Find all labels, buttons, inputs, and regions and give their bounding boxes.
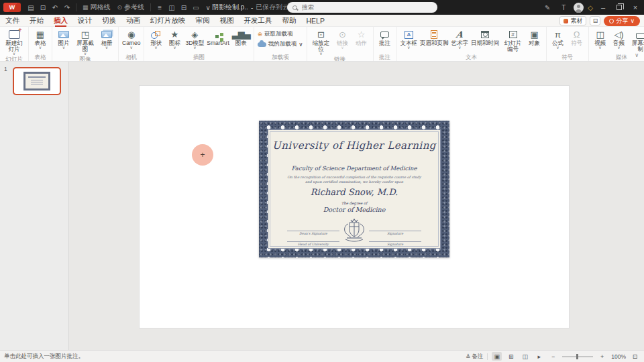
audio-button[interactable]: ◁) 音频 ∨: [611, 29, 627, 50]
zoom-out-button[interactable]: −: [548, 352, 558, 361]
text-tool-icon[interactable]: T: [558, 2, 569, 13]
picture-button[interactable]: 图片 ∨: [56, 29, 72, 50]
slide-number-button[interactable]: # 幻灯片编号: [502, 29, 524, 52]
notes-toggle[interactable]: ≜ 备注: [466, 353, 483, 361]
caret-down-icon: ∨: [39, 46, 42, 50]
chart-button[interactable]: ▃▆▄ 图表: [232, 29, 250, 46]
editor-canvas[interactable]: University of Higher Learning Faculty of…: [69, 62, 644, 350]
tab-view[interactable]: 视图: [220, 15, 234, 27]
header-footer-icon: [431, 30, 437, 39]
redo-icon[interactable]: ↷: [62, 2, 72, 13]
search-input[interactable]: [301, 3, 432, 11]
tab-home[interactable]: 开始: [30, 15, 44, 27]
tab-file[interactable]: 文件: [5, 15, 19, 27]
tab-developer[interactable]: 开发工具: [244, 15, 272, 27]
certificate-image[interactable]: University of Higher Learning Faculty of…: [259, 121, 449, 257]
smartart-button[interactable]: SmartArt: [207, 29, 229, 46]
comment-button[interactable]: 批注: [377, 29, 393, 46]
get-addins-button[interactable]: ⊕ 获取加载项: [258, 30, 303, 38]
screenshot-button[interactable]: ◳ 屏幕截图 ∨: [74, 29, 96, 56]
formula-button[interactable]: π 公式 ∨: [550, 29, 566, 50]
ribbon-collapse-button[interactable]: ∨: [635, 52, 639, 58]
tab-slideshow[interactable]: 幻灯片放映: [150, 15, 186, 27]
datetime-button[interactable]: 日期和时间: [471, 29, 500, 46]
save-icon[interactable]: ⊡: [38, 2, 48, 13]
cameo-button[interactable]: ◉ Cameo ∨: [122, 29, 140, 50]
certificate-title: University of Higher Learning: [268, 139, 440, 152]
premium-icon[interactable]: ◇: [588, 4, 593, 11]
minimize-button[interactable]: –: [597, 1, 609, 13]
tab-transitions[interactable]: 切换: [102, 15, 116, 27]
my-addins-button[interactable]: 我的加载项 ∨: [258, 40, 303, 48]
textbox-button[interactable]: A 文本框 ∨: [400, 29, 418, 50]
wps-logo[interactable]: W: [3, 3, 21, 12]
slide-thumbnail-1[interactable]: [13, 67, 61, 95]
material-label: 素材: [570, 17, 582, 25]
zoom-level[interactable]: 100%: [611, 353, 626, 360]
gridlines-toggle[interactable]: ▦ 网格线: [83, 3, 111, 12]
object-button[interactable]: ▣ 对象: [527, 29, 543, 46]
open-file-icon[interactable]: ▤: [25, 2, 36, 13]
distribute-icon[interactable]: ⊟: [178, 2, 189, 13]
layout-icon[interactable]: ▭: [191, 2, 201, 13]
screen-record-button[interactable]: 屏幕录制: [630, 29, 644, 52]
video-button[interactable]: ◫ 视频 ∨: [592, 29, 608, 50]
group-label-images: 图像: [56, 56, 115, 62]
signature-label: Dean's Signature: [287, 232, 339, 235]
tab-review[interactable]: 审阅: [196, 15, 210, 27]
view-normal-button[interactable]: ▣: [492, 352, 502, 361]
close-button[interactable]: ×: [629, 1, 641, 13]
action-button[interactable]: ☆ 动作: [354, 29, 370, 46]
view-sorter-button[interactable]: ⊞: [506, 352, 516, 361]
fit-to-window-button[interactable]: ⊡: [630, 352, 640, 361]
tab-help-en[interactable]: HELP: [307, 15, 325, 27]
hyperlink-button[interactable]: ⊙ 链接 ∨: [335, 29, 351, 50]
edit-mode-icon[interactable]: ✎: [542, 2, 553, 13]
group-label-camera: 相机: [122, 54, 140, 60]
zoom-in-button[interactable]: +: [597, 352, 607, 361]
shapes-icon: [151, 31, 160, 39]
signature-label: Signature: [369, 243, 421, 246]
tab-animations[interactable]: 动画: [126, 15, 140, 27]
3d-model-button[interactable]: ◈ 3D模型 ∨: [185, 29, 204, 50]
album-button[interactable]: 相册 ∨: [99, 29, 115, 50]
align-left-icon[interactable]: ≡: [154, 2, 165, 13]
my-addins-icon: [258, 42, 266, 47]
slide-page[interactable]: University of Higher Learning Faculty of…: [140, 86, 569, 328]
caret-down-icon: ∨: [193, 46, 196, 50]
restore-button[interactable]: [613, 1, 625, 13]
screen-record-icon: [636, 33, 644, 39]
tab-insert[interactable]: 插入: [54, 15, 68, 27]
slide-thumbnail-panel: 1: [0, 62, 69, 350]
title-bar: W ▤ ⊡ ↶ ↷ ▦ 网格线 ⊙ 参考线 ≡ ◫ ⊟ ▭ ∨ 阴影绘制.p..…: [0, 0, 644, 15]
signature-right: Signature Signature: [369, 231, 421, 252]
user-avatar[interactable]: [574, 3, 584, 13]
table-button[interactable]: ▦ 表格 ∨: [32, 29, 48, 50]
search-box[interactable]: [287, 2, 437, 13]
wordart-button[interactable]: A 艺术字 ∨: [451, 29, 469, 50]
zoom-slider-thumb[interactable]: [576, 354, 578, 359]
smartart-icon: [215, 35, 219, 38]
textbox-icon: A: [405, 31, 413, 39]
view-reading-button[interactable]: ◫: [520, 352, 530, 361]
restore-icon: [616, 5, 622, 10]
layout-mode-button[interactable]: ⊟: [590, 16, 600, 25]
symbol-button[interactable]: Ω 符号: [569, 29, 585, 46]
slideshow-play-button[interactable]: ▸: [534, 352, 544, 361]
zoom-slider[interactable]: [562, 356, 593, 357]
icons-button[interactable]: ★ 图标 ∨: [166, 29, 182, 50]
tab-help[interactable]: 帮助: [282, 15, 297, 27]
shapes-button[interactable]: 形状 ∨: [148, 29, 164, 50]
share-button[interactable]: 分享 ∨: [604, 16, 640, 26]
zoom-position-button[interactable]: ⊡ 缩放定位 ∨: [311, 29, 332, 56]
header-footer-button[interactable]: 页眉和页脚: [420, 29, 449, 46]
3d-model-icon: ◈: [191, 29, 198, 40]
material-button[interactable]: 素材: [559, 16, 586, 25]
align-center-icon[interactable]: ◫: [166, 2, 177, 13]
guides-toggle[interactable]: ⊙ 参考线: [117, 3, 145, 12]
undo-icon[interactable]: ↶: [50, 2, 60, 13]
new-slide-button[interactable]: 新建幻灯片 ∨: [3, 29, 25, 56]
signature-line: [369, 231, 421, 231]
tab-design[interactable]: 设计: [78, 15, 92, 27]
status-hint: 单击此处可插入一张图片批注。: [4, 353, 84, 361]
